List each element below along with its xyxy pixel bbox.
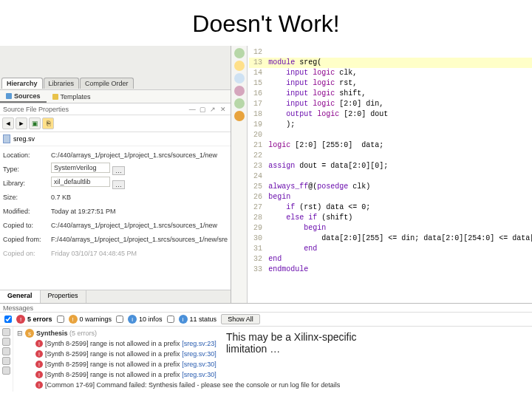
line-number: 19 [249,120,262,130]
code-token: input [268,99,308,109]
tab-libraries[interactable]: Libraries [44,78,80,89]
code-token: (shift) [317,213,352,223]
status-checkbox[interactable] [167,316,174,323]
tab-compile-order[interactable]: Compile Order [80,78,134,89]
code-token: ); [268,120,295,130]
line-number: 14 [249,68,262,78]
show-all-button[interactable]: Show All [221,314,260,324]
copiedto-value: C:/440/arrays_1/project_1/project_1.srcs… [51,222,228,229]
gutter-icon[interactable] [234,86,245,96]
code-token: module [268,58,295,68]
warnings-count: 0 warnings [80,316,112,323]
gutter-icon[interactable] [234,48,245,58]
error-link[interactable]: [sreg.sv:30] [182,361,216,368]
infos-count: 10 infos [139,316,163,323]
copiedfrom-key: Copied from: [3,236,51,243]
minimize-icon[interactable]: — [188,105,197,114]
file-row[interactable]: sreg.sv [0,132,231,146]
code-token: posedge [317,182,348,192]
line-number: 26 [249,192,262,202]
error-row[interactable]: ![Synth 8-2599] range is not allowed in … [16,359,529,369]
copiedto-key: Copied to: [3,222,51,229]
subtab-sources[interactable]: Sources [0,91,47,103]
code-token: clk, [335,68,357,78]
gutter-icon[interactable] [234,111,245,121]
code-token: assign [268,161,295,171]
left-panel: Hierarchy Libraries Compile Order Source… [0,46,231,303]
synthesis-count: (5 errors) [69,330,97,337]
tab-general[interactable]: General [0,290,41,303]
gutter-icon[interactable] [234,61,245,71]
type-browse-button[interactable]: … [112,166,125,175]
maximize-icon[interactable]: ▢ [198,105,207,114]
code-token: logic [268,140,290,151]
gutter-icon[interactable] [2,338,10,346]
code-token: logic [308,68,335,78]
info-icon: i [128,315,137,324]
subtab-templates[interactable]: Templates [47,92,97,102]
properties-pane: Source File Properties — ▢ ↗ ✕ ◄ ► ▣ ⎘ s… [0,103,231,303]
folder-icon: s [25,329,34,338]
location-key: Location: [3,151,51,159]
error-row[interactable]: ![Common 17-69] Command failed: Synthesi… [16,380,529,390]
line-number: 28 [249,213,262,223]
code-area[interactable]: 12 13module sreg( 14 input logic clk, 15… [248,46,532,303]
type-key: Type: [3,166,51,173]
code-token: end [268,244,317,254]
restore-icon[interactable]: ↗ [208,105,217,114]
gutter-icon[interactable] [234,73,245,83]
error-link[interactable]: [sreg.sv:30] [182,350,216,358]
modified-value: Today at 19:27:51 PM [51,208,228,215]
properties-header: Source File Properties [3,106,186,113]
library-browse-button[interactable]: … [112,180,125,189]
error-icon: ! [35,340,43,347]
save-icon[interactable]: ▣ [29,117,41,129]
subtab-sources-label: Sources [14,92,41,100]
back-icon[interactable]: ◄ [2,117,14,129]
code-token: @( [308,182,317,192]
gutter-icon[interactable] [2,357,10,365]
errors-checkbox[interactable] [4,316,12,323]
infos-checkbox[interactable] [116,316,123,323]
messages-header: Messages [0,304,532,313]
forward-icon[interactable]: ► [16,117,27,129]
warnings-checkbox[interactable] [57,316,64,323]
line-number: 33 [249,265,262,275]
location-value: C:/440/arrays_1/project_1/project_1.srcs… [51,151,228,159]
error-text: [Common 17-69] Command failed: Synthesis… [45,381,529,389]
code-editor[interactable]: 12 13module sreg( 14 input logic clk, 15… [231,46,532,303]
warning-icon: ! [69,315,78,324]
code-token: (rst) data <= 0; [295,202,370,213]
gutter-icon[interactable] [2,328,10,336]
error-text: [Synth 8-2599] range is not allowed in a… [45,361,180,368]
gutter-icon[interactable] [2,347,10,355]
gutter-icon[interactable] [2,366,10,375]
code-token: begin [268,223,326,233]
error-row[interactable]: ![Synth 8-2599] range is not allowed in … [16,369,529,380]
slide-title: Doesn't Work! [0,0,532,44]
line-number: 23 [249,161,262,171]
close-icon[interactable]: ✕ [219,105,228,114]
tab-hierarchy[interactable]: Hierarchy [1,78,43,89]
code-token: [2:0] dout [339,109,388,120]
gutter-icon[interactable] [234,98,245,109]
subtab-templates-label: Templates [61,93,91,100]
code-token: if [304,213,317,223]
copiedon-value: Friday 03/10/17 04:48:45 PM [51,250,228,257]
errors-count: 5 errors [27,316,52,323]
code-token: data[2:0][255] <= din; data[2:0][254:0] … [268,233,532,244]
error-icon: ! [16,315,25,324]
copiedon-key: Copied on: [3,250,51,257]
line-number: 13 [249,58,262,68]
line-number: 27 [249,202,262,213]
status-count: 11 status [190,316,217,323]
highlight-icon[interactable]: ⎘ [42,117,54,129]
line-number: 21 [249,140,262,151]
error-link[interactable]: [sreg.sv:30] [182,371,216,378]
messages-gutter [0,327,13,392]
error-text: [Synth 8-2599] range is not allowed in a… [45,340,180,347]
collapse-icon[interactable]: ⊟ [16,330,23,337]
code-token: clk) [348,182,370,192]
error-link[interactable]: [sreg.sv:23] [182,340,216,347]
tab-properties[interactable]: Properties [41,290,86,303]
